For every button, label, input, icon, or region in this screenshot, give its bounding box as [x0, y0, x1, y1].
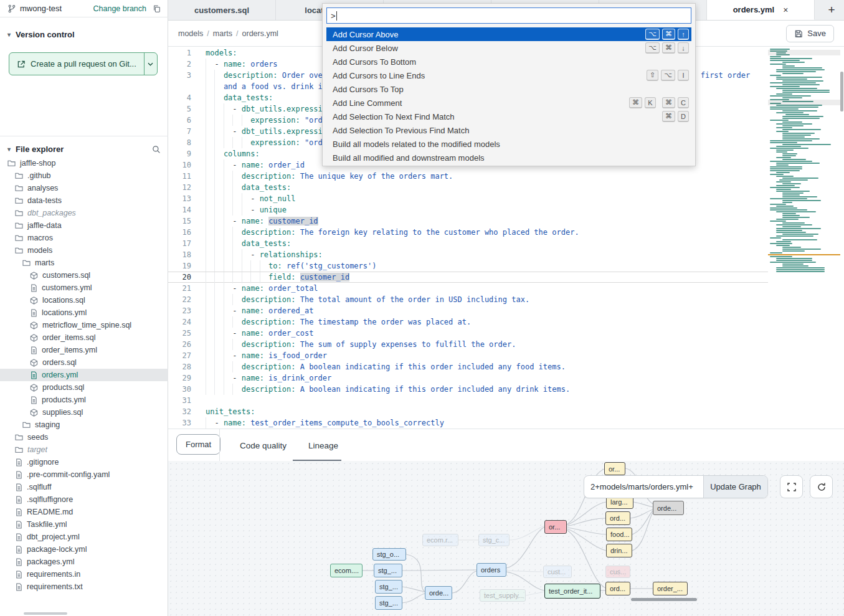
version-control-header[interactable]: ▾ Version control [0, 25, 168, 44]
lineage-node[interactable]: cus... [605, 566, 630, 578]
editor-line[interactable]: 15- name: customer_id [168, 216, 844, 227]
editor-line[interactable]: 20field: customer_id [168, 272, 768, 283]
lineage-node[interactable]: test_order_it... [544, 584, 600, 599]
breadcrumb-part[interactable]: models [178, 29, 203, 38]
tree-item-target[interactable]: target [0, 443, 168, 456]
tree-item-staging[interactable]: staging [0, 419, 168, 431]
tree-item-supplies.sql[interactable]: supplies.sql [0, 406, 168, 419]
breadcrumb-part[interactable]: orders.yml [242, 29, 278, 38]
tree-item-package-lock.yml[interactable]: package-lock.yml [0, 543, 168, 556]
editor-minimap[interactable] [768, 49, 840, 278]
editor-line[interactable]: 32unit_tests: [168, 406, 844, 417]
tree-item-locations.sql[interactable]: locations.sql [0, 294, 168, 306]
command-item[interactable]: Add Line Comment⌘K⌘C [326, 96, 691, 110]
tab-code-quality[interactable]: Code quality [240, 429, 287, 462]
tree-item-products.yml[interactable]: products.yml [0, 394, 168, 406]
tree-item-orders.sql[interactable]: orders.sql [0, 356, 168, 369]
tree-item-jaffle-data[interactable]: jaffle-data [0, 219, 168, 232]
sidebar-hscrollbar[interactable] [24, 612, 67, 615]
save-button[interactable]: Save [786, 25, 834, 42]
tree-item-jaffle-shop[interactable]: jaffle-shop [0, 157, 168, 169]
lineage-canvas[interactable]: or...larg...ord...food...drin...orde...o… [168, 461, 844, 616]
tab-lineage[interactable]: Lineage [308, 429, 338, 462]
tree-item-README.md[interactable]: README.md [0, 506, 168, 518]
tree-item-products.sql[interactable]: products.sql [0, 381, 168, 394]
editor-line[interactable]: 14- unique [168, 204, 844, 216]
lineage-node[interactable]: drin... [606, 544, 632, 557]
tree-item-dbt_project.yml[interactable]: dbt_project.yml [0, 531, 168, 543]
editor-line[interactable]: 30description: A boolean indicating if t… [168, 384, 844, 395]
editor-line[interactable]: 16description: The foreign key relating … [168, 227, 844, 238]
command-item[interactable]: Add Cursors To Bottom [326, 55, 691, 69]
lineage-hscrollbar[interactable] [631, 598, 697, 601]
editor-line[interactable]: 28description: A boolean indicating if t… [168, 361, 844, 372]
new-tab-button[interactable]: + [819, 0, 844, 20]
lineage-node[interactable]: orde... [425, 586, 452, 600]
tree-item-metricflow_time_spine.sql[interactable]: metricflow_time_spine.sql [0, 319, 168, 331]
tree-item-customers.sql[interactable]: customers.sql [0, 269, 168, 282]
editor-line[interactable]: 26description: The sum of supply expense… [168, 339, 844, 350]
command-palette-input[interactable]: > [326, 7, 691, 24]
editor-line[interactable]: 11description: The unique key of the ord… [168, 171, 844, 182]
copy-branch-icon[interactable] [153, 4, 161, 13]
lineage-node[interactable]: order_... [653, 582, 688, 595]
editor-vscrollbar[interactable] [840, 72, 843, 111]
create-pr-dropdown-button[interactable] [145, 53, 157, 75]
tree-item-order_items.sql[interactable]: order_items.sql [0, 331, 168, 344]
editor-line[interactable]: 18- relationships: [168, 249, 844, 260]
command-item[interactable]: Add Cursor Below⌥⌘↓ [326, 41, 691, 55]
lineage-node[interactable]: ord... [605, 582, 630, 595]
tree-item-models[interactable]: models [0, 244, 168, 257]
tree-item-marts[interactable]: marts [0, 257, 168, 269]
tree-item-packages.yml[interactable]: packages.yml [0, 556, 168, 568]
editor-line[interactable]: 33- name: test_order_items_compute_to_bo… [168, 417, 844, 429]
tree-item-seeds[interactable]: seeds [0, 431, 168, 443]
command-item[interactable]: Add Cursors to Line Ends⇧⌥I [326, 69, 691, 82]
tree-item-.pre-commit-config.yaml[interactable]: .pre-commit-config.yaml [0, 468, 168, 481]
editor-line[interactable]: 24description: The timestamp the order w… [168, 316, 844, 328]
tab-orders.yml[interactable]: orders.yml× [707, 0, 815, 20]
editor-line[interactable]: 21- name: order_total [168, 283, 844, 294]
lineage-node[interactable]: orde... [653, 501, 684, 515]
editor-line[interactable]: 17data_tests: [168, 238, 844, 249]
lineage-node[interactable]: orders [477, 563, 506, 577]
editor-line[interactable]: 19to: ref('stg_customers') [168, 260, 844, 272]
command-item[interactable]: Build all modified and downstream models [326, 151, 691, 164]
command-item[interactable]: Add Selection To Next Find Match⌘D [326, 110, 691, 123]
lineage-node[interactable]: or... [544, 520, 567, 534]
tree-item-requirements.in[interactable]: requirements.in [0, 568, 168, 580]
lineage-node[interactable]: or... [604, 462, 625, 475]
lineage-node[interactable]: test_supply... [480, 589, 526, 602]
command-item[interactable]: Add Selection To Previous Find Match [326, 123, 691, 137]
tree-item-orders.yml[interactable]: orders.yml [0, 369, 168, 381]
tree-item-macros[interactable]: macros [0, 232, 168, 244]
lineage-node[interactable]: stg_... [375, 580, 402, 594]
lineage-node[interactable]: ecom.r... [422, 534, 458, 546]
lineage-node[interactable]: stg_c... [478, 534, 510, 546]
tree-item-locations.yml[interactable]: locations.yml [0, 306, 168, 319]
editor-line[interactable]: 25- name: order_cost [168, 328, 844, 339]
tree-item-customers.yml[interactable]: customers.yml [0, 282, 168, 294]
editor-line[interactable]: 12data_tests: [168, 182, 844, 193]
refresh-button[interactable] [810, 475, 833, 498]
search-icon[interactable] [152, 145, 161, 154]
tree-item-Taskfile.yml[interactable]: Taskfile.yml [0, 518, 168, 531]
editor-line[interactable]: 22description: The total amount of the o… [168, 294, 844, 305]
lineage-node[interactable]: ecom.... [330, 564, 363, 577]
format-button[interactable]: Format [176, 434, 220, 455]
lineage-node[interactable]: cust... [543, 566, 572, 578]
tree-item-.github[interactable]: .github [0, 169, 168, 182]
lineage-node[interactable]: stg_o... [372, 548, 406, 561]
editor-line[interactable]: 31 [168, 395, 844, 406]
editor-line[interactable]: 27- name: is_food_order [168, 350, 844, 361]
tree-item-requirements.txt[interactable]: requirements.txt [0, 580, 168, 593]
breadcrumb-part[interactable]: marts [213, 29, 232, 38]
close-icon[interactable]: × [783, 5, 788, 15]
lineage-node[interactable]: stg_... [375, 596, 402, 610]
tree-item-.sqlfluffignore[interactable]: .sqlfluffignore [0, 493, 168, 506]
update-graph-button[interactable]: Update Graph [704, 476, 767, 498]
tree-item-order_items.yml[interactable]: order_items.yml [0, 344, 168, 356]
command-item[interactable]: Add Cursor Above⌥⌘↑ [326, 27, 691, 41]
tree-item-analyses[interactable]: analyses [0, 182, 168, 194]
lineage-node[interactable]: food... [606, 528, 632, 541]
